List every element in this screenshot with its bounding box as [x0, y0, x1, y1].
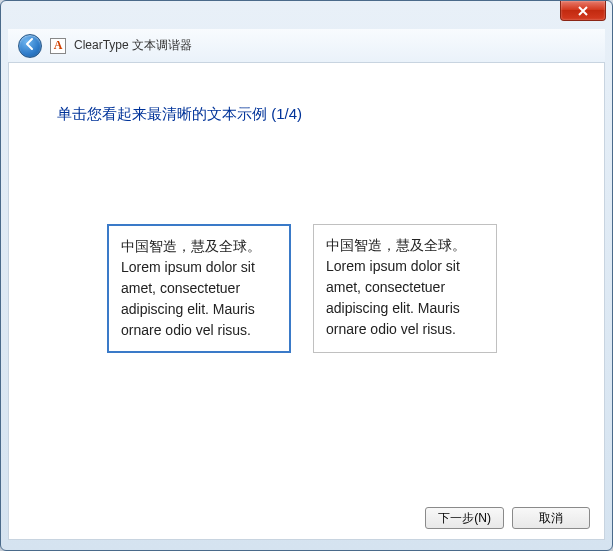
sample-line-latin: Lorem ipsum dolor sit amet, consectetuer… — [121, 259, 255, 338]
page-heading: 单击您看起来最清晰的文本示例 (1/4) — [9, 63, 604, 124]
text-sample-2[interactable]: 中国智造，慧及全球。 Lorem ipsum dolor sit amet, c… — [313, 224, 497, 353]
app-icon: A — [50, 38, 66, 54]
titlebar — [1, 1, 612, 29]
close-icon — [577, 2, 589, 20]
next-button[interactable]: 下一步(N) — [425, 507, 504, 529]
arrow-left-icon — [23, 37, 37, 55]
content-area: 单击您看起来最清晰的文本示例 (1/4) 中国智造，慧及全球。 Lorem ip… — [8, 63, 605, 540]
close-button[interactable] — [560, 1, 606, 21]
text-sample-1[interactable]: 中国智造，慧及全球。 Lorem ipsum dolor sit amet, c… — [107, 224, 291, 353]
dialog-window: A ClearType 文本调谐器 单击您看起来最清晰的文本示例 (1/4) 中… — [0, 0, 613, 551]
app-title: ClearType 文本调谐器 — [74, 37, 192, 54]
back-button[interactable] — [18, 34, 42, 58]
footer-buttons: 下一步(N) 取消 — [425, 507, 590, 529]
cancel-button[interactable]: 取消 — [512, 507, 590, 529]
sample-line-cn: 中国智造，慧及全球。 — [121, 238, 261, 254]
app-icon-letter: A — [54, 38, 63, 53]
header-bar: A ClearType 文本调谐器 — [8, 29, 605, 63]
sample-container: 中国智造，慧及全球。 Lorem ipsum dolor sit amet, c… — [9, 124, 604, 353]
sample-line-cn: 中国智造，慧及全球。 — [326, 237, 466, 253]
sample-line-latin: Lorem ipsum dolor sit amet, consectetuer… — [326, 258, 460, 337]
